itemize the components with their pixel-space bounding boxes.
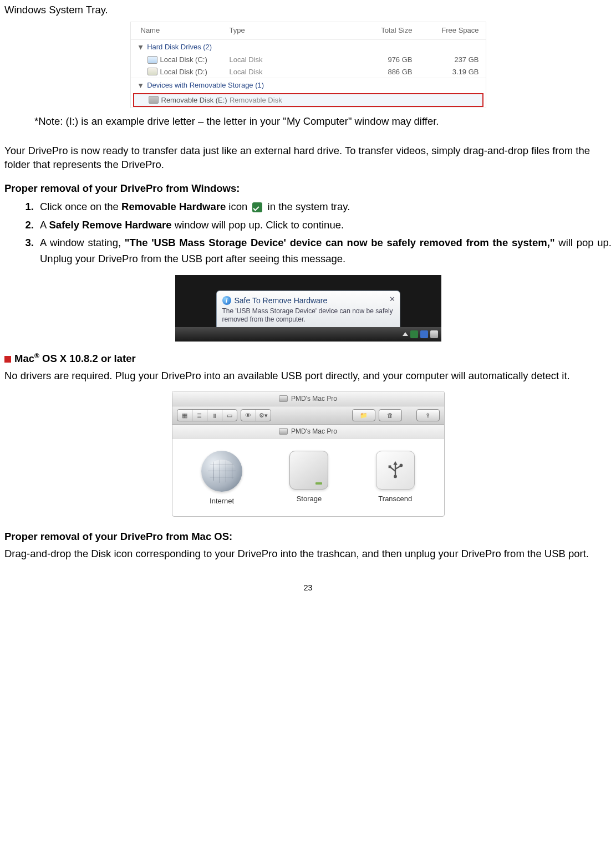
drive-letter-note: *Note: (I:) is an example drive letter –…: [4, 115, 612, 129]
view-icons-button[interactable]: ▦: [177, 410, 192, 421]
drive-name: Local Disk (D:): [160, 67, 207, 77]
red-bullet-icon: [4, 356, 11, 363]
mac-removal-paragraph: Drag-and-drop the Disk icon correspondin…: [4, 547, 612, 561]
step-3: A window stating, "The 'USB Mass Storage…: [37, 235, 612, 267]
tray-icon-flag[interactable]: [430, 330, 438, 338]
view-mode-segment[interactable]: ▦ ≣ ⫼ ▭: [177, 409, 237, 421]
action-button[interactable]: ⚙▾: [256, 410, 271, 421]
taskbar: [175, 327, 441, 342]
drive-total: 976 GB: [340, 55, 418, 65]
group-label: Hard Disk Drives (2): [147, 43, 212, 51]
view-columns-button[interactable]: ⫼: [207, 410, 222, 421]
windows-removal-heading: Proper removal of your DrivePro from Win…: [4, 182, 612, 196]
drive-free: [416, 95, 482, 105]
mac-toolbar: ▦ ≣ ⫼ ▭ 👁 ⚙▾ 📁 🗑 ⇪: [172, 406, 444, 425]
intro-line: Windows System Tray.: [4, 3, 612, 17]
new-folder-button[interactable]: 📁: [352, 409, 375, 421]
info-icon: i: [222, 296, 231, 305]
globe-icon: [201, 451, 242, 492]
mac-paragraph: No drivers are required. Plug your Drive…: [4, 369, 612, 383]
step-2: A Safely Remove Hardware window will pop…: [37, 217, 612, 233]
mac-removal-heading: Proper removal of your DrivePro from Mac…: [4, 530, 612, 544]
svg-marker-6: [393, 461, 398, 465]
explorer-window: Name Type Total Size Free Space ▶ Hard D…: [130, 22, 486, 108]
ready-paragraph: Your DrivePro is now ready to transfer d…: [4, 144, 612, 172]
drive-total: 886 GB: [340, 67, 418, 77]
mac-section-heading: Mac® OS X 10.8.2 or later: [4, 351, 612, 366]
collapse-icon[interactable]: ▶: [137, 45, 145, 49]
drive-icon: [149, 96, 159, 104]
close-icon[interactable]: ✕: [389, 294, 395, 304]
svg-rect-3: [388, 465, 391, 468]
safely-remove-tray-icon[interactable]: [410, 330, 418, 338]
macpro-icon: [279, 428, 288, 435]
explorer-header-row: Name Type Total Size Free Space: [131, 22, 486, 39]
drive-total: [339, 95, 416, 105]
eye-button[interactable]: 👁: [241, 410, 256, 421]
mac-finder-window: PMD's Mac Pro ▦ ≣ ⫼ ▭ 👁 ⚙▾ 📁 🗑 ⇪ PMD's M…: [172, 391, 445, 517]
drive-row-d[interactable]: Local Disk (D:) Local Disk 886 GB 3.19 G…: [131, 66, 486, 78]
windows-removal-steps: Click once on the Removable Hardware ico…: [4, 199, 612, 267]
item-label: Storage: [297, 494, 322, 504]
page-number: 23: [4, 583, 612, 593]
trash-button[interactable]: 🗑: [379, 409, 402, 421]
finder-item-internet[interactable]: Internet: [201, 451, 242, 506]
balloon-title: Safe To Remove Hardware: [235, 295, 328, 306]
item-label: Transcend: [378, 494, 412, 504]
safe-remove-balloon: i Safe To Remove Hardware The 'USB Mass …: [216, 291, 400, 330]
external-drive-icon: [376, 451, 415, 490]
drive-type: Local Disk: [230, 55, 340, 65]
mac-items-grid: Internet Storage Transcend: [172, 439, 444, 516]
mac-path-bar[interactable]: PMD's Mac Pro: [172, 425, 444, 439]
step-1: Click once on the Removable Hardware ico…: [37, 199, 612, 215]
group-hard-disk-drives[interactable]: ▶ Hard Disk Drives (2): [131, 39, 486, 54]
tray-checkmark-icon: [252, 202, 262, 212]
show-hidden-icon[interactable]: [403, 332, 408, 336]
column-header-name[interactable]: Name: [141, 26, 230, 35]
svg-line-4: [395, 466, 401, 469]
drive-icon: [147, 68, 157, 75]
finder-item-storage[interactable]: Storage: [289, 451, 328, 506]
nav-segment[interactable]: 👁 ⚙▾: [241, 409, 271, 421]
mac-path-label: PMD's Mac Pro: [291, 427, 337, 436]
mac-window-titlebar: PMD's Mac Pro: [172, 391, 444, 406]
share-button[interactable]: ⇪: [416, 409, 440, 421]
drive-free: 3.19 GB: [418, 67, 485, 77]
safe-remove-screenshot: i Safe To Remove Hardware The 'USB Mass …: [175, 275, 441, 342]
finder-item-transcend[interactable]: Transcend: [376, 451, 415, 506]
hdd-icon: [289, 451, 328, 490]
collapse-icon[interactable]: ▶: [137, 84, 145, 88]
drive-type: Removable Disk: [230, 95, 339, 105]
item-label: Internet: [210, 496, 234, 506]
column-header-free[interactable]: Free Space: [418, 26, 485, 35]
mac-window-title: PMD's Mac Pro: [291, 394, 337, 403]
drive-icon: [147, 56, 157, 64]
svg-point-5: [399, 464, 403, 467]
drive-row-removable[interactable]: Removable Disk (E:) Removable Disk: [133, 93, 483, 108]
view-list-button[interactable]: ≣: [192, 410, 207, 421]
group-removable-storage[interactable]: ▶ Devices with Removable Storage (1): [131, 78, 486, 93]
drive-row-c[interactable]: Local Disk (C:) Local Disk 976 GB 237 GB: [131, 54, 486, 66]
drive-free: 237 GB: [418, 55, 485, 65]
view-coverflow-button[interactable]: ▭: [222, 410, 237, 421]
drive-name: Removable Disk (E:): [161, 95, 227, 105]
tray-icon-shield[interactable]: [420, 330, 428, 338]
column-header-type[interactable]: Type: [230, 26, 340, 35]
drive-name: Local Disk (C:): [160, 55, 207, 65]
group-label: Devices with Removable Storage (1): [147, 81, 264, 89]
macpro-icon: [279, 395, 288, 402]
drive-type: Local Disk: [230, 67, 340, 77]
column-header-total[interactable]: Total Size: [340, 26, 418, 35]
balloon-body: The 'USB Mass Storage Device' device can…: [222, 307, 394, 324]
